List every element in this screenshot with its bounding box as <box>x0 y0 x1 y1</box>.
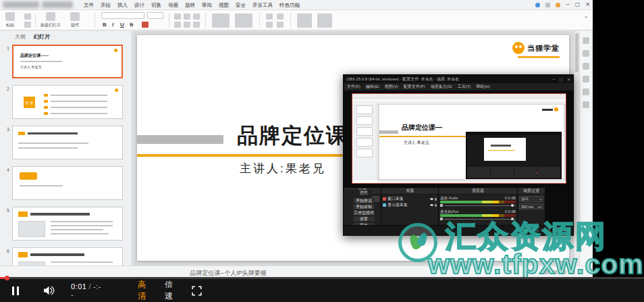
slide-decor-bar <box>137 135 223 144</box>
ribbon-tab[interactable]: 设计 <box>134 2 144 9</box>
slide-thumbnail-5[interactable] <box>12 207 123 241</box>
obs-menu-file[interactable]: 文件(F) <box>347 84 360 90</box>
help-icon[interactable] <box>583 101 589 108</box>
obs-menu-profile[interactable]: 配置文件(P) <box>404 84 425 90</box>
ribbon-tab[interactable]: 特色功能 <box>279 2 300 9</box>
obs-menu-help[interactable]: 帮助(H) <box>476 84 489 90</box>
new-slide-button[interactable]: 新建幻灯片 <box>41 12 61 28</box>
obs-status-bar: CPU: 0.6%, 30.00 fps <box>344 225 573 235</box>
obs-close-button[interactable]: ✕ <box>567 77 570 82</box>
obs-menu-scene-collection[interactable]: 场景集合(S) <box>431 84 452 90</box>
ribbon-tab[interactable]: 安全 <box>236 2 246 9</box>
font-size-input[interactable] <box>147 12 163 19</box>
share-icon[interactable] <box>545 3 550 7</box>
ribbon-tab[interactable]: 视图 <box>219 2 229 9</box>
speaker-mute-icon[interactable] <box>440 204 443 207</box>
volume-button[interactable] <box>43 286 55 295</box>
slide-thumb-row: 4 <box>0 163 132 204</box>
slide-thumbnail-6[interactable] <box>12 247 123 266</box>
obs-menu-view[interactable]: 视图(V) <box>385 84 398 90</box>
visibility-eye-icon[interactable] <box>430 198 433 200</box>
speaker-mute-icon[interactable] <box>440 218 443 220</box>
arrange-icon[interactable] <box>266 14 273 20</box>
slide-thumbnail-4[interactable] <box>12 166 123 200</box>
volume-slider[interactable] <box>444 205 516 206</box>
time-display: 0:01/-:-- <box>71 282 101 299</box>
replace-icon[interactable] <box>277 22 284 28</box>
quality-button[interactable]: 高清 <box>138 279 146 302</box>
italic-button[interactable]: I <box>112 22 113 28</box>
find-icon[interactable] <box>277 14 284 20</box>
select-icon[interactable] <box>266 22 273 28</box>
studio-mode-button[interactable]: 工作室模式 <box>353 210 375 216</box>
ribbon-tab[interactable]: 放映 <box>185 2 195 9</box>
comments-icon[interactable] <box>583 76 589 82</box>
progress-bar[interactable] <box>0 277 644 279</box>
ribbon-tab[interactable]: 插入 <box>117 2 128 9</box>
tab-slides[interactable]: 幻灯片 <box>34 33 50 41</box>
ribbon-tab[interactable]: 开发工具 <box>252 2 273 9</box>
start-recording-button[interactable]: 开始录制 <box>353 204 375 209</box>
animation-pane-icon[interactable] <box>583 50 589 57</box>
slide-thumbnail-1[interactable]: 品牌定位课—— 主讲人:果老兄 <box>12 45 123 78</box>
notification-icon[interactable] <box>556 3 560 7</box>
font-color-icon[interactable] <box>142 22 149 28</box>
font-name-input[interactable] <box>101 12 144 19</box>
text-tools-icon[interactable] <box>297 14 312 28</box>
slide-number: 4 <box>3 168 9 172</box>
obs-maximize-button[interactable]: ▢ <box>559 77 563 82</box>
line-spacing-icon[interactable] <box>193 22 200 28</box>
align-right-icon[interactable] <box>193 14 200 20</box>
obs-minimize-button[interactable]: ─ <box>552 77 555 82</box>
ribbon-tab[interactable]: 文件 <box>84 2 94 9</box>
styles-gallery-icon[interactable] <box>235 14 252 28</box>
minimize-button[interactable]: ─ <box>566 2 570 7</box>
presentation-tools-icon[interactable] <box>317 14 332 28</box>
start-streaming-button[interactable]: 开始推流 <box>353 198 375 203</box>
collapse-ribbon-icon[interactable]: ⌃ <box>583 16 589 22</box>
close-button[interactable]: ✕ <box>585 2 590 7</box>
align-left-icon[interactable] <box>174 14 181 20</box>
visibility-eye-icon[interactable] <box>430 204 433 206</box>
underline-button[interactable]: U <box>120 22 124 28</box>
design-pane-icon[interactable] <box>583 63 589 70</box>
numbering-icon[interactable] <box>184 22 190 28</box>
ribbon-tab[interactable]: 动画 <box>168 2 178 9</box>
layout-button[interactable]: 版式 <box>70 12 80 28</box>
source-list-item[interactable]: 窗口采集 <box>383 196 437 202</box>
scrollbar-thumb[interactable] <box>575 33 579 72</box>
bold-button[interactable]: B <box>103 22 107 28</box>
align-center-icon[interactable] <box>184 14 190 20</box>
speed-button[interactable]: 倍速 <box>165 279 173 302</box>
bullets-icon[interactable] <box>174 22 181 28</box>
settings-button[interactable]: 设置 <box>353 216 375 222</box>
lock-icon[interactable] <box>435 198 437 201</box>
volume-slider[interactable] <box>444 219 516 220</box>
slide-thumbnail-3[interactable] <box>12 126 123 159</box>
properties-icon[interactable] <box>583 37 589 44</box>
notes-icon[interactable] <box>583 89 589 95</box>
slide-thumb-row: 6 <box>0 245 132 266</box>
pause-button[interactable] <box>12 286 19 295</box>
ribbon-tab[interactable]: 审阅 <box>202 2 212 9</box>
ribbon-tab[interactable]: 开始 <box>101 2 111 9</box>
cut-icon[interactable] <box>24 14 31 20</box>
tab-outline[interactable]: 大纲 <box>15 33 26 41</box>
obs-menu-edit[interactable]: 编辑(E) <box>366 84 379 90</box>
transition-select[interactable]: 淡出▾ <box>519 196 543 202</box>
zoom-controls[interactable] <box>543 270 575 274</box>
paste-button[interactable]: 粘贴 <box>5 12 15 28</box>
strikethrough-button[interactable]: S <box>130 22 133 28</box>
slide-thumbnail-2[interactable]: 目 录 <box>12 85 123 119</box>
obs-menu-tools[interactable]: 工具(T) <box>458 84 471 90</box>
source-list-item[interactable]: 显示器采集 <box>383 202 437 208</box>
copy-icon[interactable] <box>24 22 31 28</box>
shapes-gallery-icon[interactable] <box>212 14 230 28</box>
transition-duration-input[interactable]: 300 ms▴▾ <box>519 203 543 209</box>
lock-icon[interactable] <box>435 204 437 207</box>
restore-button[interactable]: ▢ <box>575 2 581 7</box>
fullscreen-button[interactable] <box>192 286 202 296</box>
account-avatar-icon[interactable] <box>535 3 540 7</box>
vertical-scrollbar[interactable] <box>574 31 579 266</box>
ribbon-tab[interactable]: 切换 <box>151 2 161 9</box>
